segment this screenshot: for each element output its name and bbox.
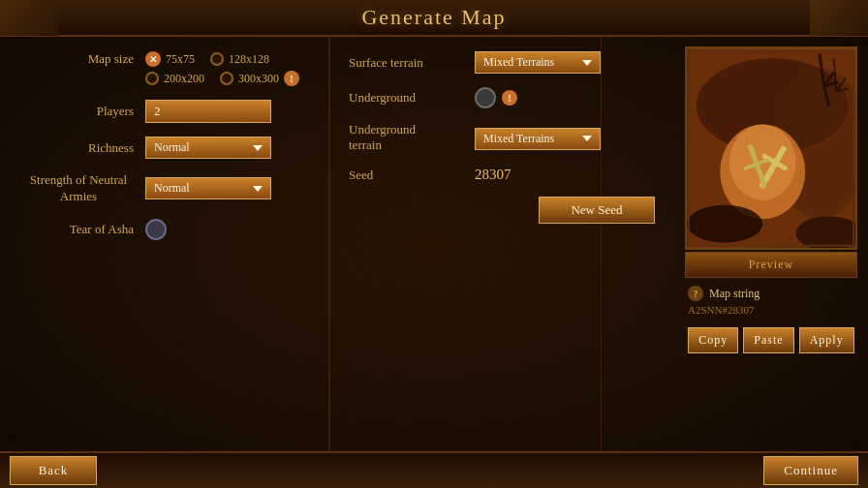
underground-toggle[interactable] (475, 87, 496, 108)
richness-row: Richness Normal (19, 137, 309, 159)
top-corner-left (0, 0, 58, 36)
title-bar: Generate Map (0, 0, 868, 37)
map-size-row-2: 200x200 300x300 ! (145, 71, 299, 86)
surface-label: Surface terrain (349, 55, 475, 71)
top-corner-right (810, 0, 868, 36)
radio-200x200[interactable]: 200x200 (145, 71, 204, 86)
richness-label: Richness (19, 140, 145, 156)
radio-selected-icon: ✕ (145, 51, 161, 67)
radio-label-128x128: 128x128 (229, 52, 269, 67)
map-string-header: ? Map string (688, 286, 854, 301)
warning-icon-300x300[interactable]: ! (284, 71, 299, 86)
surface-dropdown[interactable]: Mixed Terrains (475, 51, 601, 74)
map-size-label: Map size (19, 51, 145, 67)
apply-button[interactable]: Apply (799, 327, 854, 353)
map-size-radios: ✕ 75x75 128x128 200x200 (145, 51, 299, 86)
tear-row: Tear of Asha (19, 219, 309, 240)
center-panel: Surface terrain Mixed Terrains Undergrou… (329, 37, 674, 451)
richness-value: Normal (154, 140, 190, 155)
richness-arrow (253, 145, 263, 151)
map-string-label: Map string (709, 287, 760, 301)
radio-75x75[interactable]: ✕ 75x75 (145, 51, 195, 67)
map-preview-art (687, 48, 855, 248)
underground-terrain-value: Mixed Terrains (483, 132, 554, 146)
map-string-help-icon[interactable]: ? (688, 286, 703, 301)
tear-label: Tear of Asha (19, 222, 145, 237)
surface-row: Surface terrain Mixed Terrains (349, 51, 655, 74)
svg-point-9 (687, 205, 762, 243)
map-string-section: ? Map string A2SNN#28307 (684, 286, 858, 316)
richness-dropdown[interactable]: Normal (145, 137, 271, 159)
surface-value: Mixed Terrains (483, 55, 554, 70)
radio-label-200x200: 200x200 (164, 72, 204, 86)
underground-terrain-dropdown[interactable]: Mixed Terrains (475, 128, 601, 150)
map-string-value: A2SNN#28307 (688, 304, 854, 316)
page-title: Generate Map (361, 5, 506, 30)
seed-label: Seed (349, 168, 475, 183)
seed-row: Seed 28307 (349, 167, 655, 183)
neutral-arrow (253, 186, 263, 192)
preview-button[interactable]: Preview (685, 252, 857, 278)
neutral-row: Strength of NeutralArmies Normal (19, 172, 309, 205)
underground-row: Underground ! (349, 87, 655, 108)
underground-terrain-arrow (582, 136, 592, 141)
seed-value: 28307 (475, 167, 512, 183)
left-panel: Map size ✕ 75x75 128x128 (0, 37, 329, 451)
bottom-bar: Back Continue (0, 451, 868, 488)
new-seed-button[interactable]: New Seed (539, 197, 655, 224)
radio-128x128[interactable]: 128x128 (210, 51, 269, 67)
underground-terrain-label: Undergroundterrain (349, 122, 475, 153)
players-label: Players (19, 104, 145, 119)
underground-warning[interactable]: ! (502, 90, 517, 106)
radio-circle-200x200 (145, 72, 159, 85)
neutral-value: Normal (154, 181, 190, 196)
continue-button[interactable]: Continue (763, 456, 858, 485)
neutral-dropdown[interactable]: Normal (145, 177, 271, 199)
neutral-label-text: Strength of NeutralArmies (30, 172, 127, 203)
surface-arrow (582, 60, 592, 66)
radio-300x300[interactable]: 300x300 ! (220, 71, 299, 86)
map-preview (685, 46, 857, 250)
back-button[interactable]: Back (10, 456, 97, 485)
players-row: Players 2 (19, 100, 309, 123)
radio-circle-300x300 (220, 72, 233, 85)
right-panel: Preview ? Map string A2SNN#28307 Copy Pa… (674, 37, 868, 451)
radio-circle-128x128 (210, 52, 224, 66)
paste-button[interactable]: Paste (743, 327, 793, 353)
new-seed-container: New Seed (349, 197, 655, 224)
radio-label-75x75: 75x75 (166, 52, 195, 67)
map-string-actions: Copy Paste Apply (688, 327, 853, 353)
players-value[interactable]: 2 (145, 100, 271, 123)
radio-label-300x300: 300x300 (238, 72, 279, 86)
main-content: Map size ✕ 75x75 128x128 (0, 37, 868, 451)
copy-button[interactable]: Copy (688, 327, 738, 353)
underground-label: Underground (349, 90, 475, 106)
underground-terrain-row: Undergroundterrain Mixed Terrains (349, 122, 655, 153)
map-size-section: Map size ✕ 75x75 128x128 (19, 51, 309, 86)
map-size-row-1: ✕ 75x75 128x128 (145, 51, 299, 67)
neutral-label: Strength of NeutralArmies (19, 172, 145, 205)
underground-terrain-label-text: Undergroundterrain (349, 122, 416, 152)
tear-toggle[interactable] (145, 219, 167, 240)
